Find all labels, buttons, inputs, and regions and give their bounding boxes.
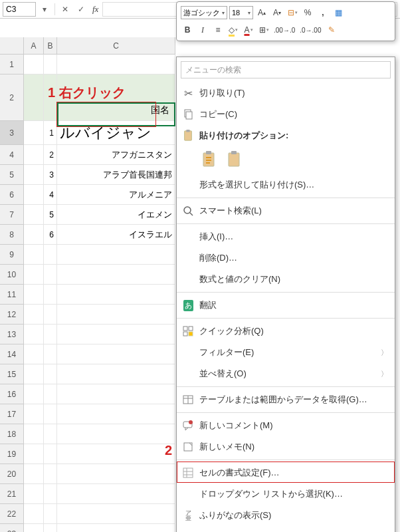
row-header-10[interactable]: 10 [0,265,24,285]
cell-B17[interactable] [44,404,57,424]
decrease-decimal-icon[interactable]: .0→.00 [298,23,322,37]
menu-search-input[interactable]: メニューの検索 [181,61,391,78]
cell-C4[interactable]: アフガニスタン [57,145,175,165]
cell-B22[interactable] [44,504,57,524]
row-header-15[interactable]: 15 [0,364,24,384]
row-header-20[interactable]: 20 [0,464,24,484]
cell-C20[interactable] [57,464,175,484]
cell-A18[interactable] [24,424,44,444]
menu-get-data[interactable]: テーブルまたは範囲からデータを取得(G)… [177,389,395,410]
fill-color-icon[interactable]: ◇▾ [227,23,240,37]
cell-A20[interactable] [24,464,44,484]
cell-C21[interactable] [57,484,175,504]
menu-filter[interactable]: フィルター(E)〉 [177,342,395,363]
name-box-dropdown-icon[interactable]: ▾ [37,2,52,17]
cell-B5[interactable]: 3 [44,165,57,185]
cancel-icon[interactable]: ✕ [58,2,72,17]
col-header-A[interactable]: A [24,37,44,55]
row-header-12[interactable]: 12 [0,305,24,325]
cell-B20[interactable] [44,464,57,484]
cell-B7[interactable]: 5 [44,205,57,225]
row-header-8[interactable]: 8 [0,225,24,245]
cell-C13[interactable] [57,325,175,344]
row-header-4[interactable]: 4 [0,145,24,165]
font-color-icon[interactable]: A▾ [242,23,255,37]
cell-C12[interactable] [57,305,175,325]
row-header-14[interactable]: 14 [0,344,24,364]
cell-C15[interactable] [57,364,175,384]
cell-B19[interactable] [44,444,57,464]
format-painter-icon[interactable]: ✎ [325,23,338,37]
menu-phonetic[interactable]: ア亜ふりがなの表示(S) [177,505,395,526]
menu-new-note[interactable]: 新しいメモ(N) [177,436,395,458]
cell-A17[interactable] [24,404,44,424]
cell-A3[interactable] [24,121,44,145]
cell-B15[interactable] [44,364,57,384]
cell-A22[interactable] [24,504,44,524]
cell-C17[interactable] [57,404,175,424]
cell-B18[interactable] [44,424,57,444]
bold-button[interactable]: B [181,23,194,37]
cell-B9[interactable] [44,245,57,265]
cell-C7[interactable]: イエメン [57,205,175,225]
cell-B11[interactable] [44,285,57,305]
fx-icon[interactable]: fx [92,4,98,15]
border-icon[interactable]: ⊞▾ [257,23,270,37]
menu-define-name[interactable]: 名前の定義(A)… [177,526,395,532]
row-header-23[interactable]: 23 [0,524,24,532]
cell-B12[interactable] [44,305,57,325]
cell-C14[interactable] [57,344,175,364]
menu-cut[interactable]: ✂切り取り(T) [177,82,395,104]
cell-B21[interactable] [44,484,57,504]
cell-A13[interactable] [24,325,44,344]
row-header-19[interactable]: 19 [0,444,24,464]
cell-A9[interactable] [24,245,44,265]
paste-values-icon[interactable] [225,149,243,169]
comma-icon[interactable]: , [316,6,330,19]
cell-C19[interactable] [57,444,175,464]
menu-paste-opt[interactable]: 貼り付けのオプション: [177,125,395,146]
paste-keep-source-icon[interactable] [199,149,218,169]
cell-A2[interactable] [24,74,44,121]
menu-copy[interactable]: コピー(C) [177,104,395,125]
cell-A8[interactable] [24,225,44,245]
cell-A7[interactable] [24,205,44,225]
font-size-select[interactable]: 18▾ [229,6,253,19]
cell-C9[interactable] [57,245,175,265]
cell-C8[interactable]: イスラエル [57,225,175,245]
align-icon[interactable]: ≡ [211,23,225,37]
cell-A4[interactable] [24,145,44,165]
cell-B3[interactable]: 1 [44,121,57,145]
row-header-22[interactable]: 22 [0,504,24,524]
cell-A6[interactable] [24,185,44,205]
cell-C11[interactable] [57,285,175,305]
cell-A16[interactable] [24,384,44,404]
menu-translate[interactable]: あ翻訳 [177,295,395,316]
cell-B16[interactable] [44,384,57,404]
menu-sort[interactable]: 並べ替え(O)〉 [177,363,395,384]
cell-B13[interactable] [44,325,57,344]
cell-C18[interactable] [57,424,175,444]
row-header-6[interactable]: 6 [0,185,24,205]
row-header-21[interactable]: 21 [0,484,24,504]
cell-B8[interactable]: 6 [44,225,57,245]
cell-A5[interactable] [24,165,44,185]
cell-A1[interactable] [24,55,44,74]
col-header-B[interactable]: B [44,37,57,55]
cell-C23[interactable] [57,524,175,532]
cell-C1[interactable] [57,55,175,74]
cell-A10[interactable] [24,265,44,285]
italic-button[interactable]: I [196,23,209,37]
cell-C10[interactable] [57,265,175,285]
menu-insert[interactable]: 挿入(I)… [177,226,395,247]
increase-font-icon[interactable]: A▴ [255,6,268,19]
cell-A15[interactable] [24,364,44,384]
row-header-11[interactable]: 11 [0,285,24,305]
font-family-select[interactable]: 游ゴシック▾ [181,6,227,19]
cell-B6[interactable]: 4 [44,185,57,205]
row-header-16[interactable]: 16 [0,384,24,404]
row-header-7[interactable]: 7 [0,205,24,225]
cell-A19[interactable] [24,444,44,464]
select-all-corner[interactable] [0,37,24,55]
decrease-font-icon[interactable]: A▾ [270,6,284,19]
